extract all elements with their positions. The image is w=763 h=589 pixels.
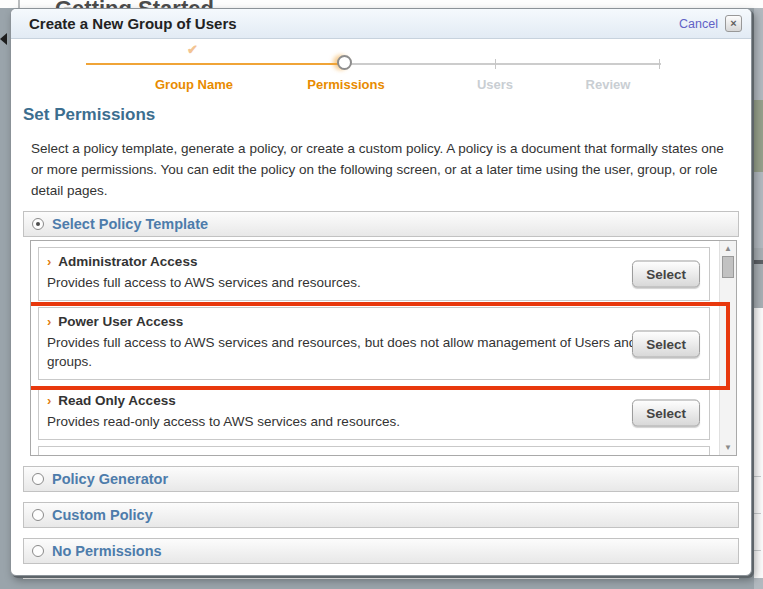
chevron-right-icon: › <box>47 314 51 329</box>
intro-text: Select a policy template, generate a pol… <box>31 138 727 201</box>
background-block <box>754 308 763 578</box>
scrollbar-thumb[interactable] <box>722 256 734 278</box>
template-row-partial <box>38 446 710 456</box>
template-title: ›Read Only Access <box>47 393 637 408</box>
step-review: Review <box>586 77 631 92</box>
radio-select-policy-template[interactable] <box>32 218 44 230</box>
section-label: Policy Generator <box>52 471 168 487</box>
section-no-permissions[interactable]: No Permissions <box>23 538 739 564</box>
template-name: Administrator Access <box>58 254 197 269</box>
background-divider <box>18 0 20 8</box>
stepper-line-complete <box>86 63 347 65</box>
background-block <box>754 100 763 172</box>
background-collapse-arrow-icon <box>0 33 7 45</box>
close-icon[interactable]: × <box>725 15 742 32</box>
section-policy-generator[interactable]: Policy Generator <box>23 466 739 492</box>
chevron-right-icon: › <box>47 254 51 269</box>
dialog-title: Create a New Group of Users <box>29 15 237 32</box>
select-button-power-user-access[interactable]: Select <box>632 330 700 357</box>
wizard-stepper: ✔ Group Name Permissions Users Review <box>11 39 751 99</box>
template-title: ›Power User Access <box>47 314 637 329</box>
background-page-strip: Getting Started <box>0 0 763 8</box>
background-page-title: Getting Started <box>55 0 214 8</box>
current-step-marker <box>337 55 352 70</box>
section-label: Select Policy Template <box>52 216 208 232</box>
stepper-tick <box>659 59 660 69</box>
background-right-strip <box>754 8 763 589</box>
template-title: ›Administrator Access <box>47 254 637 269</box>
radio-policy-generator[interactable] <box>32 473 44 485</box>
step-complete-check-icon: ✔ <box>187 42 198 57</box>
section-select-policy-template[interactable]: Select Policy Template <box>23 211 739 237</box>
template-name: Power User Access <box>58 314 183 329</box>
select-button-administrator-access[interactable]: Select <box>632 261 700 288</box>
section-label: Custom Policy <box>52 507 153 523</box>
stepper-tick <box>495 59 496 69</box>
background-dash <box>754 476 761 477</box>
background-dash <box>754 550 761 551</box>
cancel-link[interactable]: Cancel <box>679 17 718 31</box>
step-permissions: Permissions <box>307 77 384 92</box>
step-users: Users <box>477 77 513 92</box>
template-description: Provides read-only access to AWS service… <box>47 412 637 431</box>
list-scrollbar[interactable]: ▲ ▼ <box>719 241 736 455</box>
page-heading: Set Permissions <box>23 105 751 125</box>
scroll-up-icon[interactable]: ▲ <box>720 244 736 253</box>
template-row-administrator-access: ›Administrator Access Provides full acce… <box>38 247 710 301</box>
background-dash <box>754 513 761 514</box>
radio-no-permissions[interactable] <box>32 545 44 557</box>
radio-custom-policy[interactable] <box>32 509 44 521</box>
policy-template-list: ›Administrator Access Provides full acce… <box>30 240 737 456</box>
select-button-read-only-access[interactable]: Select <box>632 400 700 427</box>
template-name: Read Only Access <box>58 393 175 408</box>
template-description: Provides full access to AWS services and… <box>47 273 637 292</box>
section-label: No Permissions <box>52 543 162 559</box>
template-description: Provides full access to AWS services and… <box>47 333 637 371</box>
scroll-down-icon[interactable]: ▼ <box>720 443 736 452</box>
create-group-dialog: Create a New Group of Users Cancel × ✔ G… <box>10 8 752 576</box>
dialog-header: Create a New Group of Users Cancel × <box>11 9 751 39</box>
section-custom-policy[interactable]: Custom Policy <box>23 502 739 528</box>
background-block <box>754 248 763 308</box>
footer-divider <box>23 578 739 579</box>
background-block <box>754 260 763 264</box>
step-group-name: Group Name <box>155 77 233 92</box>
template-row-read-only-access: ›Read Only Access Provides read-only acc… <box>38 386 710 440</box>
chevron-right-icon: › <box>47 393 51 408</box>
template-row-power-user-access: ›Power User Access Provides full access … <box>38 307 710 380</box>
